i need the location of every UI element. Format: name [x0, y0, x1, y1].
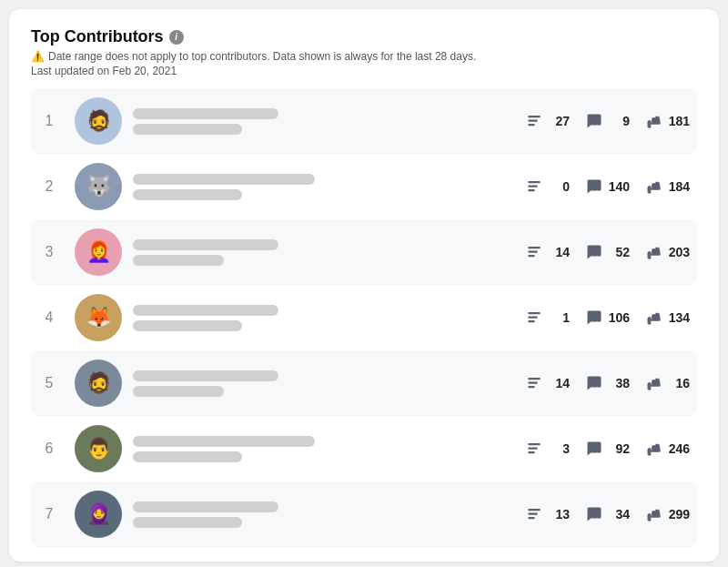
- blurred-name-bar: [133, 370, 278, 381]
- comment-count: 34: [608, 507, 630, 521]
- blurred-name-bar: [133, 108, 278, 119]
- stat-comment: 52: [586, 244, 630, 260]
- stat-comment: 92: [586, 440, 630, 457]
- comment-count: 106: [608, 310, 630, 325]
- svg-rect-14: [528, 386, 535, 388]
- blurred-name-bar: [133, 436, 315, 447]
- blurred-name-bar: [133, 124, 242, 135]
- svg-rect-18: [528, 509, 541, 511]
- username-block: [133, 305, 526, 331]
- avatar: 🐺: [75, 163, 122, 210]
- comment-count: 38: [608, 376, 630, 390]
- like-count: 16: [668, 376, 690, 390]
- username-block: [133, 239, 526, 266]
- comment-icon: [586, 506, 602, 522]
- post-icon: [526, 113, 542, 129]
- post-count: 1: [548, 310, 570, 325]
- svg-rect-13: [528, 382, 538, 384]
- post-icon: [526, 244, 542, 260]
- svg-rect-6: [528, 247, 541, 248]
- like-icon: [646, 506, 662, 522]
- stat-comment: 106: [586, 309, 630, 326]
- svg-rect-0: [528, 116, 541, 117]
- avatar: 🦊: [75, 294, 122, 341]
- stat-like: 16: [646, 375, 690, 391]
- svg-rect-15: [528, 443, 541, 445]
- stat-like: 246: [646, 440, 690, 457]
- blurred-name-bar: [133, 305, 278, 316]
- blurred-name-bar: [133, 255, 224, 266]
- warning-icon: ⚠️: [31, 50, 45, 63]
- blurred-name-bar: [133, 174, 315, 185]
- stat-comment: 140: [586, 178, 630, 195]
- table-row[interactable]: 3👩‍🦰 14 52 203: [31, 219, 697, 285]
- table-row[interactable]: 4🦊 1 106 134: [31, 285, 697, 350]
- like-icon: [646, 178, 662, 195]
- post-count: 3: [548, 441, 570, 456]
- info-icon[interactable]: i: [169, 30, 184, 45]
- rank-number: 7: [35, 506, 64, 522]
- table-row[interactable]: 7🧕 13 34 299: [31, 481, 697, 547]
- avatar: 👨: [75, 425, 122, 472]
- comment-icon: [586, 309, 602, 326]
- like-count: 181: [668, 114, 690, 128]
- like-count: 184: [668, 179, 690, 194]
- avatar: 👩‍🦰: [75, 228, 122, 276]
- table-row[interactable]: 1🧔 27 9 181: [31, 88, 697, 154]
- stat-comment: 34: [586, 506, 630, 522]
- like-count: 134: [668, 310, 690, 325]
- stat-like: 181: [646, 113, 690, 129]
- rank-number: 5: [35, 375, 64, 391]
- avatar: 🧔: [75, 97, 122, 145]
- svg-rect-10: [528, 317, 538, 319]
- comment-icon: [586, 113, 602, 129]
- table-row[interactable]: 2🐺 0 140 184: [31, 154, 697, 219]
- comment-count: 92: [608, 441, 630, 456]
- stats-group: 0 140 184: [526, 178, 690, 195]
- table-row[interactable]: 5🧔 14 38 16: [31, 350, 697, 416]
- svg-rect-12: [528, 378, 541, 380]
- blurred-name-bar: [133, 239, 278, 250]
- comment-icon: [586, 375, 602, 391]
- blurred-name-bar: [133, 517, 242, 528]
- stat-like: 184: [646, 178, 690, 195]
- stat-post: 1: [526, 309, 570, 326]
- card-header: Top Contributors i: [31, 27, 697, 46]
- svg-rect-4: [528, 186, 538, 187]
- svg-rect-3: [528, 181, 541, 183]
- stat-like: 203: [646, 244, 690, 260]
- stat-post: 14: [526, 375, 570, 391]
- rank-number: 1: [35, 113, 64, 129]
- stat-like: 299: [646, 506, 690, 522]
- avatar: 🧕: [75, 491, 122, 538]
- post-count: 14: [548, 376, 570, 390]
- stat-post: 14: [526, 244, 570, 260]
- username-block: [133, 174, 526, 200]
- comment-count: 9: [608, 114, 630, 128]
- svg-rect-1: [528, 120, 538, 122]
- comment-count: 140: [608, 179, 630, 194]
- username-block: [133, 501, 526, 528]
- svg-rect-8: [528, 255, 535, 257]
- svg-rect-17: [528, 451, 535, 453]
- contributors-list: 1🧔 27 9 1812🐺 0 140 1843👩‍🦰 14 52 2034🦊 …: [31, 88, 697, 547]
- blurred-name-bar: [133, 501, 278, 512]
- notice-text: ⚠️Date range does not apply to top contr…: [31, 50, 697, 63]
- like-count: 203: [668, 245, 690, 259]
- comment-icon: [586, 244, 602, 260]
- top-contributors-card: Top Contributors i ⚠️Date range does not…: [9, 9, 719, 562]
- svg-rect-20: [528, 517, 535, 519]
- rank-number: 2: [35, 178, 64, 195]
- svg-rect-11: [528, 320, 535, 322]
- like-icon: [646, 375, 662, 391]
- stat-post: 13: [526, 506, 570, 522]
- like-count: 299: [668, 507, 690, 521]
- post-count: 13: [548, 507, 570, 521]
- username-block: [133, 436, 526, 462]
- stats-group: 14 52 203: [526, 244, 690, 260]
- post-icon: [526, 506, 542, 522]
- blurred-name-bar: [133, 386, 224, 397]
- post-count: 27: [548, 114, 570, 128]
- table-row[interactable]: 6👨 3 92 246: [31, 416, 697, 481]
- svg-rect-7: [528, 251, 538, 253]
